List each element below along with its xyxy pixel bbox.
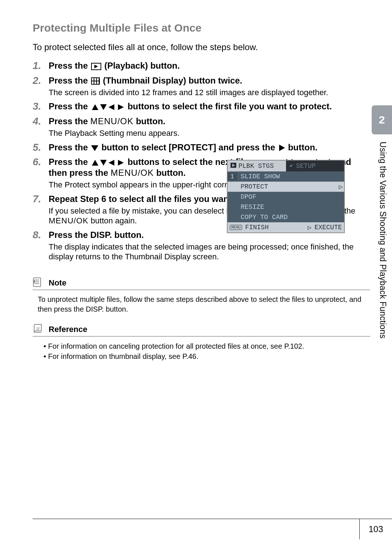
intro-text: To protect selected files all at once, f… — [33, 42, 370, 52]
playback-icon — [91, 63, 101, 70]
menu-ok-label: MENU/OK — [49, 216, 89, 225]
playback-icon — [230, 162, 236, 170]
right-arrow-icon: ▷ — [308, 223, 312, 231]
page-footer: 103 — [33, 519, 392, 540]
reference-item: For information on canceling protection … — [44, 341, 370, 351]
svg-marker-7 — [92, 104, 98, 110]
camera-menu-row: 1SLIDE SHOW — [228, 171, 344, 182]
svg-marker-11 — [91, 145, 98, 151]
step-number: 5. — [33, 142, 49, 153]
step2-pre: Press the — [49, 76, 90, 85]
camera-menu-item-label: RESIZE — [237, 203, 344, 211]
chapter-side-text: Using the Various Shooting and Playback … — [378, 142, 388, 396]
svg-marker-9 — [109, 104, 114, 110]
camera-menu-screenshot: PLBK STGS SETUP 1SLIDE SHOWPROTECT▷DPOFR… — [227, 160, 345, 233]
note-label: Note — [49, 278, 66, 288]
svg-rect-5 — [94, 81, 96, 84]
step5-pre: Press the — [49, 142, 90, 152]
svg-marker-8 — [100, 104, 107, 110]
reference-icon — [33, 323, 45, 336]
step1-post: (Playback) button. — [104, 61, 180, 70]
step6-post: button. — [156, 168, 185, 178]
page-number: 103 — [359, 519, 392, 539]
note-icon — [33, 276, 45, 289]
camera-menu-item-label: COPY TO CARD — [237, 214, 344, 221]
reference-header: Reference — [33, 323, 370, 337]
camera-tab-setup: SETUP — [286, 161, 344, 171]
camera-tab-plbk-label: PLBK STGS — [238, 162, 274, 170]
step-number: 4. — [33, 116, 49, 138]
step4-desc: The Playback Setting menu appears. — [49, 128, 370, 138]
step7-desc-post: button again. — [91, 216, 137, 225]
step-number: 1. — [33, 60, 49, 72]
dpad-arrows-icon — [91, 159, 124, 166]
step5-mid: button to select [PROTECT] and press the — [101, 142, 277, 152]
reference-item: For information on thumbnail display, se… — [44, 351, 370, 361]
svg-rect-6 — [97, 81, 99, 84]
menu-badge-icon: MENU — [230, 225, 242, 230]
svg-rect-2 — [94, 78, 96, 81]
step-number: 7. — [33, 194, 49, 226]
step5-post: button. — [288, 142, 317, 152]
camera-menu-row: RESIZE — [228, 202, 344, 212]
note-text: To unprotect multiple files, follow the … — [38, 295, 370, 314]
note-header: Note — [33, 276, 370, 290]
step4-pre: Press the — [49, 116, 90, 126]
svg-marker-10 — [118, 104, 124, 110]
camera-footer-left: FINISH — [245, 224, 269, 231]
menu-ok-label: MENU/OK — [111, 168, 154, 178]
down-arrow-icon — [91, 145, 98, 151]
camera-tab-setup-label: SETUP — [296, 162, 316, 170]
reference-label: Reference — [49, 325, 87, 334]
step2-desc: The screen is divided into 12 frames and… — [49, 88, 370, 98]
camera-menu-item-label: PROTECT — [237, 183, 338, 190]
svg-rect-1 — [92, 78, 94, 81]
thumbnail-display-icon — [91, 77, 100, 85]
step1-pre: Press the — [49, 61, 90, 70]
dpad-arrows-icon — [91, 104, 124, 111]
camera-menu-item-label: SLIDE SHOW — [237, 173, 344, 180]
step-number: 2. — [33, 75, 49, 98]
step4-post: button. — [136, 116, 165, 126]
step6-pre: Press the — [49, 157, 90, 167]
right-cursor-icon: ▷ — [338, 183, 344, 191]
svg-marker-12 — [279, 145, 285, 151]
chapter-tab: 2 — [372, 105, 392, 134]
step2-post: (Thumbnail Display) button twice. — [103, 76, 242, 85]
camera-menu-row: DPOF — [228, 192, 344, 202]
right-arrow-icon — [278, 145, 285, 151]
camera-menu-row: COPY TO CARD — [228, 212, 344, 222]
camera-menu-page-num: 1 — [228, 173, 237, 180]
wrench-icon — [289, 162, 294, 170]
svg-marker-14 — [100, 160, 107, 166]
menu-ok-label: MENU/OK — [90, 116, 134, 126]
step-number: 8. — [33, 230, 49, 262]
section-title: Protecting Multiple Files at Once — [33, 22, 370, 34]
svg-marker-16 — [118, 160, 124, 166]
reference-list: For information on canceling protection … — [44, 341, 370, 361]
svg-marker-15 — [109, 160, 114, 166]
camera-footer-right: EXECUTE — [314, 224, 342, 231]
step3-pre: Press the — [49, 101, 90, 111]
svg-rect-3 — [97, 78, 99, 81]
svg-marker-13 — [92, 160, 98, 166]
step3-post: buttons to select the first file you wan… — [127, 101, 332, 111]
camera-tab-plbk: PLBK STGS — [228, 161, 286, 171]
camera-menu-row: PROTECT▷ — [228, 182, 344, 192]
camera-menu-item-label: DPOF — [237, 193, 344, 200]
step-number: 3. — [33, 101, 49, 112]
camera-footer: MENU FINISH ▷ EXECUTE — [228, 222, 344, 232]
svg-rect-4 — [92, 81, 94, 84]
step8-desc: The display indicates that the selected … — [49, 242, 370, 262]
step-number: 6. — [33, 157, 49, 190]
